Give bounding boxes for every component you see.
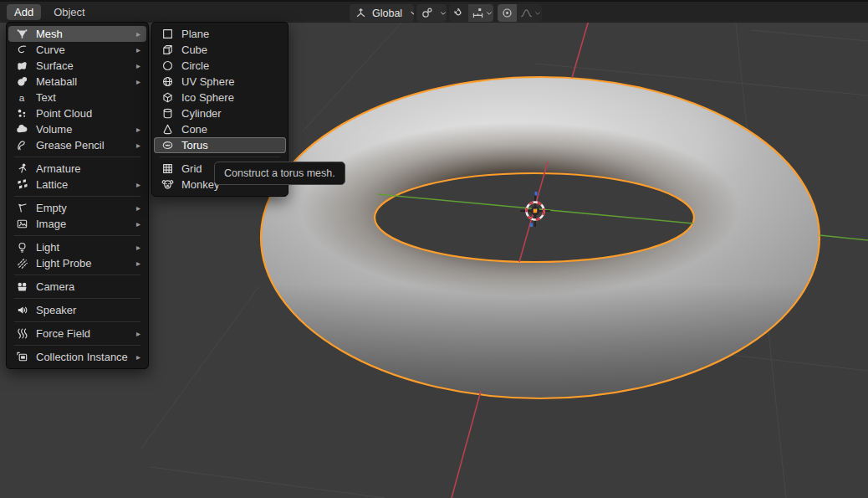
menu-item-label: Armature (36, 162, 80, 175)
submenu-item-cone[interactable]: Cone (154, 121, 286, 137)
snap-group (449, 4, 493, 22)
menu-separator (14, 275, 140, 275)
menu-item-force-field[interactable]: Force Field ▸ (8, 326, 146, 341)
menu-item-label: Text (36, 91, 56, 104)
cone-icon (161, 123, 175, 136)
text-icon: a (15, 91, 29, 105)
falloff-dropdown[interactable] (517, 4, 542, 22)
orientation-value: Global (370, 8, 405, 19)
menu-item-speaker[interactable]: Speaker (8, 302, 146, 318)
armature-icon (15, 162, 29, 176)
pivot-point-dropdown[interactable] (416, 4, 447, 22)
submenu-arrow-icon: ▸ (136, 259, 142, 268)
menu-separator (14, 298, 140, 299)
submenu-arrow-icon: ▸ (136, 352, 142, 362)
object-menu-button[interactable]: Object (46, 4, 93, 20)
image-icon (15, 218, 29, 231)
collection-instance-icon (15, 351, 29, 364)
tooltip: Construct a torus mesh. (214, 162, 345, 185)
menu-item-curve[interactable]: Curve ▸ (8, 42, 146, 58)
menu-item-label: Force Field (36, 327, 90, 340)
volume-icon (15, 123, 29, 136)
blender-window: Add Object Global (0, 0, 868, 498)
menu-item-text[interactable]: a Text (8, 90, 146, 105)
mesh-icon (15, 28, 29, 41)
ico-sphere-icon (161, 91, 175, 105)
submenu-arrow-icon: ▸ (136, 45, 142, 54)
snap-target-dropdown[interactable] (468, 4, 493, 22)
menu-item-label: UV Sphere (181, 75, 235, 88)
menu-item-collection-instance[interactable]: Collection Instance ▸ (8, 349, 146, 365)
submenu-arrow-icon: ▸ (136, 203, 142, 213)
menu-item-empty[interactable]: Empty ▸ (8, 200, 146, 216)
light-probe-icon (15, 257, 29, 270)
menu-item-camera[interactable]: Camera (8, 279, 146, 295)
menu-separator (160, 157, 280, 157)
menu-item-label: Grease Pencil (36, 139, 105, 151)
menu-item-surface[interactable]: Surface ▸ (8, 58, 146, 74)
menu-item-lattice[interactable]: Lattice ▸ (8, 177, 146, 193)
menu-item-label: Metaball (36, 75, 77, 88)
submenu-item-plane[interactable]: Plane (154, 26, 286, 42)
menu-item-label: Plane (181, 28, 209, 40)
submenu-arrow-icon: ▸ (136, 29, 142, 39)
torus-hole-outline (375, 173, 694, 262)
submenu-item-uv-sphere[interactable]: UV Sphere (154, 74, 286, 90)
chevron-down-icon (533, 8, 542, 18)
menu-separator (14, 196, 140, 197)
submenu-item-ico-sphere[interactable]: Ico Sphere (154, 90, 286, 105)
snap-increment-icon (472, 7, 484, 19)
light-icon (15, 241, 29, 254)
submenu-arrow-icon: ▸ (136, 243, 142, 252)
menu-item-label: Surface (36, 59, 74, 72)
submenu-item-cylinder[interactable]: Cylinder (154, 105, 286, 121)
force-field-icon (15, 327, 29, 341)
menu-item-label: Volume (36, 123, 72, 136)
chevron-down-icon (484, 8, 493, 18)
menu-item-metaball[interactable]: Metaball ▸ (8, 74, 146, 90)
submenu-item-circle[interactable]: Circle (154, 58, 286, 74)
menu-item-point-cloud[interactable]: Point Cloud (8, 105, 146, 121)
transform-orientation-dropdown[interactable]: Global (350, 4, 414, 22)
submenu-arrow-icon: ▸ (136, 141, 142, 150)
menu-item-image[interactable]: Image ▸ (8, 216, 146, 232)
svg-text:a: a (19, 92, 25, 103)
submenu-arrow-icon: ▸ (136, 219, 142, 228)
orientation-gizmo-icon (350, 4, 370, 22)
cylinder-icon (161, 107, 175, 121)
proportional-editing-icon (501, 7, 513, 19)
menu-item-armature[interactable]: Armature (8, 161, 146, 177)
add-menu-button[interactable]: Add (7, 4, 41, 20)
menu-item-light[interactable]: Light ▸ (8, 239, 146, 255)
menu-item-label: Cylinder (181, 107, 222, 120)
viewport-header: Add Object Global (0, 0, 868, 23)
menu-item-grease-pencil[interactable]: Grease Pencil ▸ (8, 137, 146, 153)
proportional-editing-group (498, 4, 542, 22)
empty-icon (15, 202, 29, 215)
speaker-icon (15, 304, 29, 317)
submenu-arrow-icon: ▸ (136, 180, 142, 189)
menu-item-light-probe[interactable]: Light Probe ▸ (8, 255, 146, 271)
menu-separator (14, 321, 140, 322)
menu-item-label: Curve (36, 44, 65, 56)
metaball-icon (15, 75, 29, 89)
submenu-item-torus[interactable]: Torus (154, 137, 286, 153)
menu-item-label: Circle (181, 59, 209, 72)
submenu-arrow-icon: ▸ (136, 61, 142, 70)
menu-item-label: Camera (36, 280, 74, 293)
snap-toggle-button[interactable] (449, 4, 468, 22)
chevron-down-icon (437, 4, 447, 22)
grease-pencil-icon (15, 139, 29, 152)
menu-item-label: Torus (181, 139, 208, 151)
submenu-item-cube[interactable]: Cube (154, 42, 286, 58)
proportional-editing-toggle[interactable] (498, 4, 517, 22)
uv-sphere-icon (161, 75, 175, 89)
add-menu: Mesh ▸ Curve ▸ Surface ▸ Metaball ▸ a Te… (6, 22, 149, 369)
submenu-arrow-icon: ▸ (136, 125, 142, 134)
menu-separator (14, 157, 140, 157)
camera-icon (15, 280, 29, 294)
menu-item-mesh[interactable]: Mesh ▸ (8, 26, 146, 42)
menu-item-volume[interactable]: Volume ▸ (8, 121, 146, 137)
menu-item-label: Empty (36, 202, 67, 214)
submenu-arrow-icon: ▸ (136, 329, 142, 338)
